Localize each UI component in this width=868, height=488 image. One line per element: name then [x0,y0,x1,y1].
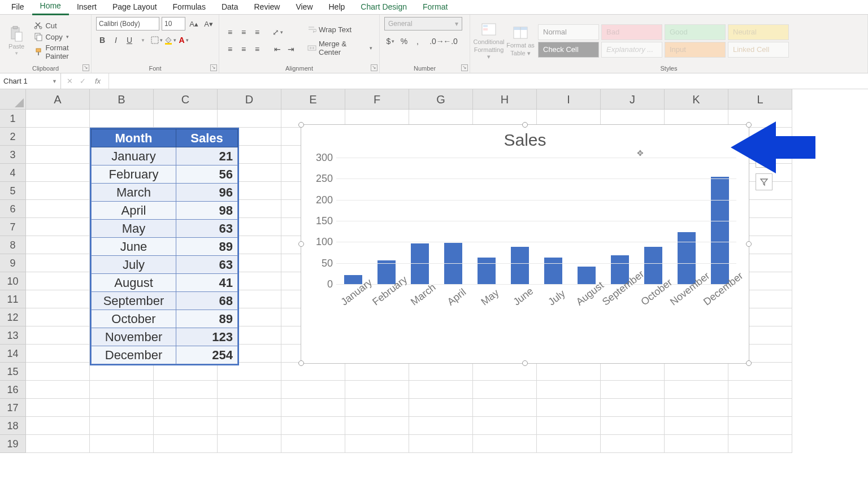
cell[interactable] [409,381,473,399]
cell-sales[interactable]: 68 [176,292,238,310]
cell[interactable] [537,435,601,453]
tab-formulas[interactable]: Formulas [165,0,214,15]
chart-bar[interactable] [578,267,596,284]
cell[interactable] [473,417,537,435]
cell[interactable] [409,435,473,453]
resize-handle[interactable] [298,241,304,247]
resize-handle[interactable] [522,360,528,366]
align-right-icon[interactable]: ≡ [251,43,263,55]
name-box[interactable]: Chart 1▼ [0,73,61,89]
cell[interactable] [218,435,281,453]
chart-plot-area[interactable]: 050100150200250300 [336,158,736,284]
cell[interactable] [473,381,537,399]
cell-sales[interactable]: 89 [176,238,238,256]
cell[interactable] [601,399,665,417]
cancel-formula-icon[interactable]: ✕ [67,77,73,85]
cell[interactable] [728,435,792,453]
column-header[interactable]: D [218,89,281,110]
style-neutral[interactable]: Neutral [728,24,789,40]
cell[interactable] [601,363,665,381]
align-top-icon[interactable]: ≡ [224,26,236,38]
number-launcher[interactable]: ↘ [461,64,468,71]
style-normal[interactable]: Normal [538,24,599,40]
cell-month[interactable]: May [92,220,176,238]
cell[interactable] [537,381,601,399]
row-header[interactable]: 12 [0,308,26,326]
cell[interactable] [26,417,90,435]
cell[interactable] [345,435,409,453]
cell[interactable] [26,363,90,381]
cell[interactable] [26,326,90,345]
fx-icon[interactable]: fx [93,77,103,85]
chart-bar[interactable] [511,247,529,284]
conditional-formatting-button[interactable]: Conditional Formatting ▾ [475,20,503,62]
column-header[interactable]: K [665,89,728,110]
tab-data[interactable]: Data [214,0,246,15]
cell-sales[interactable]: 98 [176,202,238,220]
cell[interactable] [345,417,409,435]
row-header[interactable]: 7 [0,218,26,236]
cell[interactable] [26,399,90,417]
italic-button[interactable]: I [110,34,122,46]
tab-help[interactable]: Help [321,0,353,15]
cell[interactable] [26,345,90,363]
cell[interactable] [409,399,473,417]
cell[interactable] [601,435,665,453]
cell[interactable] [345,363,409,381]
cell[interactable] [601,417,665,435]
row-header[interactable]: 17 [0,399,26,417]
cell[interactable] [26,146,90,164]
tab-home[interactable]: Home [32,0,69,15]
cell-sales[interactable]: 56 [176,165,238,184]
decrease-font-icon[interactable]: A▾ [202,18,215,30]
cell-month[interactable]: August [92,274,176,292]
column-header[interactable]: G [409,89,473,110]
cell-month[interactable]: July [92,256,176,274]
cell[interactable] [409,363,473,381]
cell[interactable] [665,435,728,453]
cell[interactable] [26,435,90,453]
column-header[interactable]: E [281,89,345,110]
row-header[interactable]: 2 [0,128,26,146]
copy-button[interactable]: Copy [32,32,86,42]
format-as-table-button[interactable]: Format as Table ▾ [506,20,535,62]
cell[interactable] [537,399,601,417]
row-header[interactable]: 19 [0,435,26,453]
chart-title[interactable]: Sales [301,125,749,152]
cell[interactable] [473,363,537,381]
tab-file[interactable]: File [3,0,32,15]
row-header[interactable]: 15 [0,363,26,381]
row-header[interactable]: 4 [0,164,26,182]
align-bottom-icon[interactable]: ≡ [251,26,263,38]
font-size-select[interactable] [162,17,185,30]
column-header[interactable]: H [473,89,537,110]
resize-handle[interactable] [522,122,528,128]
cell[interactable] [281,363,345,381]
cell[interactable] [218,399,281,417]
paste-button[interactable]: Paste ▼ [5,20,28,62]
cell[interactable] [665,399,728,417]
cell-sales[interactable]: 254 [176,346,238,364]
cell[interactable] [26,218,90,236]
cell[interactable] [26,308,90,326]
cell[interactable] [728,381,792,399]
font-launcher[interactable]: ↘ [210,64,217,71]
select-all-corner[interactable] [0,89,26,110]
cell[interactable] [154,399,218,417]
style-linked-cell[interactable]: Linked Cell [728,42,789,58]
chart-bar[interactable] [644,247,662,284]
cell-month[interactable]: April [92,202,176,220]
cell[interactable] [218,381,281,399]
cell-month[interactable]: March [92,184,176,202]
tab-view[interactable]: View [288,0,320,15]
cell[interactable] [90,399,154,417]
align-left-icon[interactable]: ≡ [224,43,236,55]
cell[interactable] [281,435,345,453]
tab-review[interactable]: Review [246,0,288,15]
row-header[interactable]: 9 [0,254,26,272]
cell-styles-gallery[interactable]: Normal Bad Good Neutral Check Cell Expla… [538,24,789,58]
column-header[interactable]: L [728,89,792,110]
bold-button[interactable]: B [96,34,108,46]
column-header[interactable]: B [90,89,154,110]
cell-month[interactable]: January [92,147,176,165]
